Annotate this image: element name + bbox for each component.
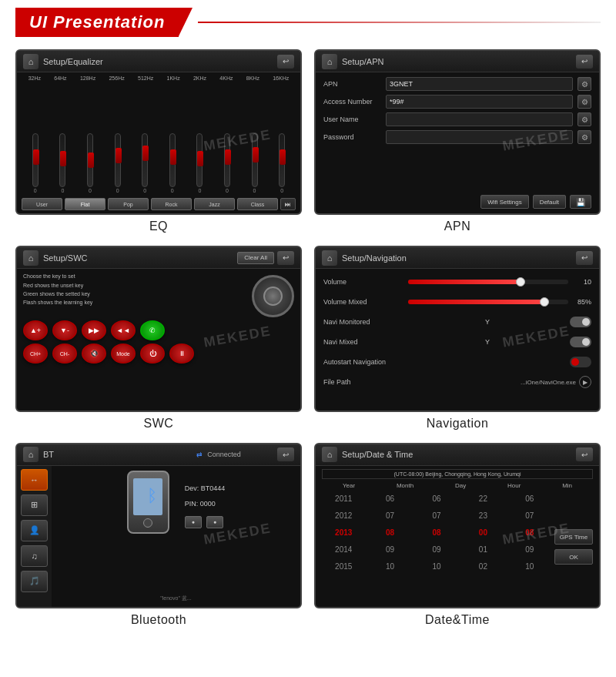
dt-month-07[interactable]: 07 xyxy=(368,508,411,525)
nav-autostart-toggle[interactable] xyxy=(570,357,591,367)
dt-year-2011[interactable]: 2011 xyxy=(322,491,365,508)
dt-year-2012[interactable]: 2012 xyxy=(322,508,365,525)
dt-min-06[interactable]: 06 xyxy=(508,491,551,508)
apn-home-icon[interactable]: ⌂ xyxy=(322,54,337,69)
dt-year-2014[interactable]: 2014 xyxy=(322,541,365,558)
bt-sidebar-contact[interactable]: 👤 xyxy=(21,520,48,541)
eq-slider-10[interactable]: 0 xyxy=(273,133,290,193)
swc-btn-pause[interactable]: ⏸ xyxy=(169,344,194,364)
apn-default-btn[interactable]: Default xyxy=(533,195,566,209)
apn-gear-access[interactable]: ⚙ xyxy=(578,95,591,109)
dt-hour-22[interactable]: 22 xyxy=(461,491,504,508)
dt-min-10[interactable]: 10 xyxy=(508,558,551,575)
swc-btn-next[interactable]: ▶▶ xyxy=(82,320,106,340)
apn-wifi-btn[interactable]: Wifi Settings xyxy=(480,195,528,209)
dt-min-08[interactable]: 08 xyxy=(508,525,551,541)
dt-day-10[interactable]: 10 xyxy=(415,558,458,575)
apn-input-access[interactable]: *99# xyxy=(386,95,573,109)
apn-gear-user[interactable]: ⚙ xyxy=(578,112,591,126)
swc-btn-ch-plus[interactable]: CH+ xyxy=(23,344,48,364)
eq-label: EQ xyxy=(149,220,168,233)
apn-input-apn[interactable]: 3GNET xyxy=(386,77,573,91)
apn-save-btn[interactable]: 💾 xyxy=(570,195,591,209)
apn-gear-pass[interactable]: ⚙ xyxy=(578,130,591,144)
dt-month-06-1[interactable]: 06 xyxy=(368,491,411,508)
bt-sidebar-music[interactable]: ♫ xyxy=(21,545,48,567)
eq-slider-9[interactable]: 0 xyxy=(246,133,263,193)
eq-slider-8[interactable]: 0 xyxy=(219,133,236,193)
eq-preset-rock[interactable]: Rock xyxy=(151,198,192,210)
dt-year-2015[interactable]: 2015 xyxy=(322,558,365,575)
swc-btn-mode[interactable]: Mode xyxy=(111,344,136,364)
dt-month-08[interactable]: 08 xyxy=(368,525,411,541)
eq-back-btn[interactable]: ↩ xyxy=(277,55,294,69)
eq-slider-7[interactable]: 0 xyxy=(191,133,208,193)
dt-month-09[interactable]: 09 xyxy=(368,541,411,558)
dt-gps-btn[interactable]: GPS Time xyxy=(554,529,593,545)
bt-home-icon[interactable]: ⌂ xyxy=(23,447,38,462)
nav-vol-mixed-slider[interactable] xyxy=(408,300,568,304)
bt-sidebar-grid[interactable]: ⊞ xyxy=(21,494,48,516)
swc-btn-ch-minus[interactable]: CH- xyxy=(52,344,77,364)
bt-back-btn[interactable]: ↩ xyxy=(277,447,294,461)
dt-back-btn[interactable]: ↩ xyxy=(576,447,593,461)
swc-btn-prev[interactable]: ◄◄ xyxy=(111,320,136,340)
apn-row-access: Access Number *99# ⚙ xyxy=(323,95,591,109)
apn-input-pass[interactable] xyxy=(386,130,573,144)
swc-home-icon[interactable]: ⌂ xyxy=(23,250,38,266)
eq-slider-2[interactable]: 0 xyxy=(54,133,71,193)
freq-32: 32Hz xyxy=(28,75,41,81)
dt-hour-23[interactable]: 23 xyxy=(461,508,504,525)
nav-home-icon[interactable]: ⌂ xyxy=(322,250,337,266)
dt-bar: ⌂ Setup/Date & Time ↩ xyxy=(316,444,599,466)
swc-btn-power[interactable]: ⏻ xyxy=(140,344,165,364)
dt-year-2013[interactable]: 2013 xyxy=(322,525,365,541)
dt-month-10[interactable]: 10 xyxy=(368,558,411,575)
apn-gear-apn[interactable]: ⚙ xyxy=(578,77,591,91)
nav-back-btn[interactable]: ↩ xyxy=(576,251,593,265)
nav-volume-slider[interactable] xyxy=(408,280,568,284)
eq-slider-6[interactable]: 0 xyxy=(164,133,181,193)
eq-skip-btn[interactable]: ⏭ xyxy=(280,198,296,210)
eq-preset-flat[interactable]: Flat xyxy=(65,198,105,210)
swc-btn-vol-down[interactable]: ▼- xyxy=(52,320,77,340)
eq-slider-4[interactable]: 0 xyxy=(109,133,126,193)
eq-slider-3[interactable]: 0 xyxy=(82,133,99,193)
swc-clear-btn[interactable]: Clear All xyxy=(237,252,274,264)
bt-sidebar-bluetooth[interactable]: ↔ xyxy=(21,469,48,491)
apn-input-user[interactable] xyxy=(386,112,573,126)
bt-connected-text: Connected xyxy=(207,451,241,458)
dt-hour-02[interactable]: 02 xyxy=(461,558,504,575)
dt-ok-btn[interactable]: OK xyxy=(554,549,593,565)
eq-slider-1[interactable]: 0 xyxy=(27,133,44,193)
swc-btn-row-2: CH+ CH- 🔇 Mode ⏻ ⏸ xyxy=(23,344,294,364)
nav-filepath-btn[interactable]: ▶ xyxy=(579,376,591,388)
nav-monitored-toggle[interactable] xyxy=(570,317,591,327)
dt-day-08[interactable]: 08 xyxy=(415,525,458,541)
dt-hour-00[interactable]: 00 xyxy=(461,525,504,541)
swc-btn-mute[interactable]: 🔇 xyxy=(82,344,106,364)
dt-day-09[interactable]: 09 xyxy=(415,541,458,558)
apn-back-btn[interactable]: ↩ xyxy=(576,55,593,69)
bt-pair-btn-2[interactable]: ● xyxy=(206,516,223,528)
eq-preset-jazz[interactable]: Jazz xyxy=(194,198,235,210)
eq-preset-user[interactable]: User xyxy=(22,198,62,210)
bt-sidebar-note[interactable]: 🎵 xyxy=(21,571,48,592)
eq-slider-5[interactable]: 0 xyxy=(136,133,153,193)
eq-preset-class[interactable]: Class xyxy=(237,198,278,210)
eq-home-icon[interactable]: ⌂ xyxy=(23,54,38,69)
swc-btn-vol-up[interactable]: ▲+ xyxy=(23,320,48,340)
swc-back-btn[interactable]: ↩ xyxy=(277,251,294,265)
dt-min-07[interactable]: 07 xyxy=(508,508,551,525)
swc-btn-call[interactable]: ✆ xyxy=(140,320,165,340)
eq-preset-pop[interactable]: Pop xyxy=(108,198,149,210)
apn-cell: ⌂ Setup/APN ↩ APN 3GNET ⚙ Access Number … xyxy=(314,49,601,233)
dt-home-icon[interactable]: ⌂ xyxy=(322,447,337,462)
dt-hour-01[interactable]: 01 xyxy=(461,541,504,558)
apn-label-apn: APN xyxy=(323,80,381,88)
dt-min-09[interactable]: 09 xyxy=(508,541,551,558)
dt-day-06[interactable]: 06 xyxy=(415,491,458,508)
dt-day-07[interactable]: 07 xyxy=(415,508,458,525)
nav-mixed-toggle[interactable] xyxy=(570,337,591,347)
bt-pair-btn-1[interactable]: ● xyxy=(185,516,202,528)
